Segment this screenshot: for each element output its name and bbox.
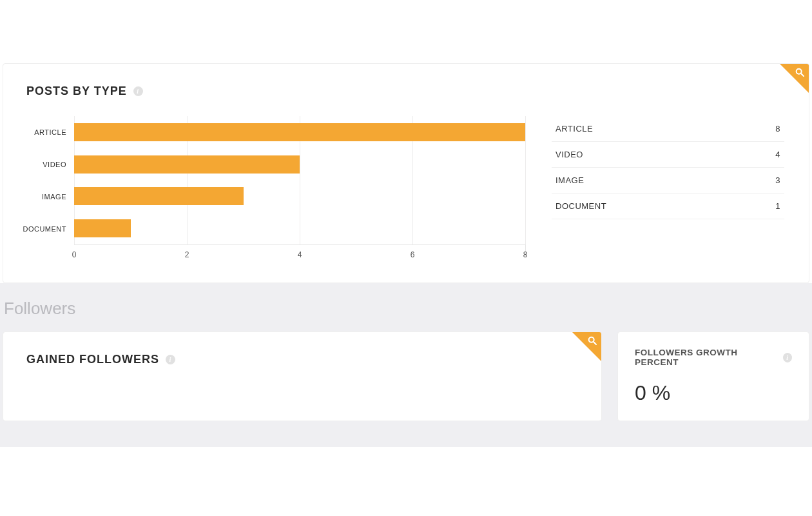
chart-y-label: IMAGE [29,181,74,213]
table-row: ARTICLE8 [552,116,784,142]
card-title: FOLLOWERS GROWTH PERCENT [635,348,777,367]
svg-line-3 [594,342,596,344]
chart-bar [74,187,244,205]
followers-section: Followers GAINED FOLLOWERS i FOLLOWERS G… [0,283,812,447]
chart-y-label: ARTICLE [29,116,74,148]
table-row: VIDEO4 [552,142,784,168]
posts-chart: ARTICLEVIDEOIMAGEDOCUMENT 02468 [29,116,525,257]
table-row-label: VIDEO [556,150,583,159]
chart-bar [74,219,131,237]
search-icon [587,335,597,346]
chart-x-tick: 2 [185,250,189,259]
gained-followers-card: GAINED FOLLOWERS i [3,332,602,421]
chart-bar-slot [74,148,525,181]
chart-bar-slot [74,181,525,213]
info-icon[interactable]: i [166,355,175,364]
search-icon [795,67,805,77]
card-title: POSTS BY TYPE [26,84,127,98]
chart-x-tick: 8 [523,250,528,259]
posts-by-type-card: POSTS BY TYPE i ARTICLEVIDEOIMAGEDOCUMEN… [3,63,809,283]
card-expand-corner[interactable] [572,332,601,361]
growth-value: 0 % [618,367,809,421]
table-row-value: 8 [775,124,780,134]
chart-y-label: DOCUMENT [29,213,74,245]
chart-x-tick: 6 [411,250,415,259]
chart-gridline [525,116,526,244]
svg-line-1 [801,74,804,76]
chart-x-tick: 4 [298,250,302,259]
table-row-label: DOCUMENT [556,201,606,211]
table-row-label: IMAGE [556,175,584,185]
card-expand-corner[interactable] [780,64,809,93]
card-title-row: POSTS BY TYPE i [3,64,809,98]
info-icon[interactable]: i [783,353,792,362]
top-spacer [0,0,812,63]
followers-growth-card: FOLLOWERS GROWTH PERCENT i 0 % [617,332,809,421]
table-row-value: 1 [775,201,780,211]
posts-table: ARTICLE8VIDEO4IMAGE3DOCUMENT1 [532,116,791,257]
chart-bar [74,155,300,174]
info-icon[interactable]: i [133,86,143,96]
table-row: DOCUMENT1 [552,194,784,219]
chart-bar-slot [74,116,525,148]
table-row-label: ARTICLE [556,124,593,134]
chart-x-tick: 0 [72,250,77,259]
table-row-value: 3 [775,175,780,185]
card-title: GAINED FOLLOWERS [26,353,159,366]
card-title-row: GAINED FOLLOWERS i [3,332,601,366]
chart-y-label: VIDEO [29,148,74,181]
section-heading: Followers [3,297,809,332]
chart-bar-slot [74,212,525,244]
chart-bar [74,123,525,141]
table-row-value: 4 [775,150,780,159]
table-row: IMAGE3 [552,168,784,194]
card-title-row: FOLLOWERS GROWTH PERCENT i [618,332,809,367]
